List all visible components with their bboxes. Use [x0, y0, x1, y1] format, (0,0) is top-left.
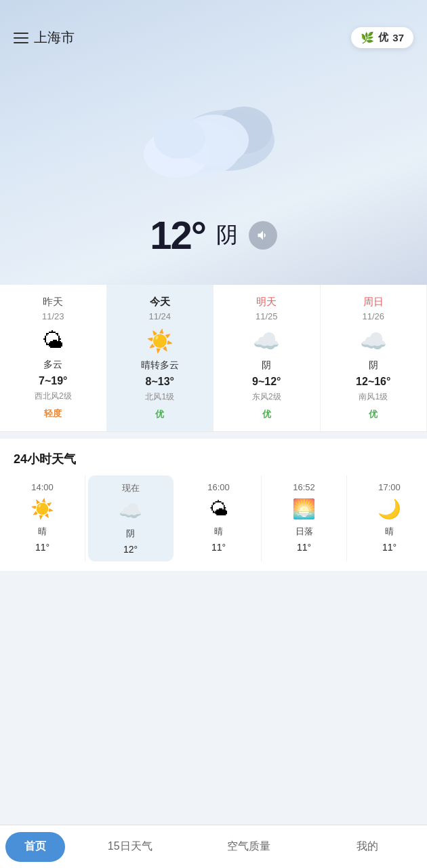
hour-desc: 晴 — [5, 526, 79, 538]
hour-icon-sunset: 🌅 — [267, 498, 341, 520]
day-wind: 西北风2级 — [7, 391, 100, 402]
hour-desc-1600: 晴 — [182, 526, 256, 538]
nav-15day[interactable]: 15日天气 — [70, 825, 189, 868]
hour-time-1600: 16:00 — [182, 482, 256, 492]
hour-temp-now: 12° — [94, 544, 167, 555]
hour-icon: ☀️ — [5, 498, 79, 520]
nav-home[interactable]: 首页 — [5, 832, 65, 862]
aqi-value: 37 — [392, 32, 404, 43]
day-icon-tomorrow: ☁️ — [220, 328, 313, 354]
aqi-label: 优 — [378, 31, 388, 44]
day-temp-sunday: 12~16° — [327, 376, 420, 388]
nav-airquality-label: 空气质量 — [227, 840, 270, 854]
day-temp: 7~19° — [7, 375, 100, 387]
hour-desc-1700: 晴 — [352, 526, 426, 538]
nav-airquality[interactable]: 空气质量 — [189, 825, 308, 868]
hour-desc-sunset: 日落 — [267, 526, 341, 538]
day-label-tomorrow: 明天 — [220, 296, 313, 309]
nav-mine-label: 我的 — [357, 840, 378, 854]
day-date-today: 11/24 — [114, 311, 207, 321]
hero-section: 上海市 🌿 优 37 12° 阴 — [0, 0, 427, 285]
hour-temp-1600: 11° — [182, 542, 256, 553]
hour-temp-1700: 11° — [352, 542, 426, 553]
day-col-tomorrow[interactable]: 明天 11/25 ☁️ 阴 9~12° 东风2级 优 — [214, 285, 321, 431]
city-area: 上海市 — [14, 28, 75, 47]
current-condition: 阴 — [216, 220, 238, 250]
hour-temp-sunset: 11° — [267, 542, 341, 553]
nav-15day-label: 15日天气 — [108, 840, 152, 854]
hour-col-1700[interactable]: 17:00 🌙 晴 11° — [347, 475, 427, 561]
day-col-sunday[interactable]: 周日 11/26 ☁️ 阴 12~16° 南风1级 优 — [321, 285, 428, 431]
menu-button[interactable] — [14, 33, 28, 43]
nav-home-label: 首页 — [24, 840, 46, 854]
hour-icon-now: ☁️ — [94, 500, 167, 522]
svg-point-6 — [154, 118, 205, 159]
day-wind-today: 北风1级 — [114, 391, 207, 403]
hour-icon-1600: 🌤 — [182, 498, 256, 520]
day-icon: 🌤 — [7, 328, 100, 353]
hour-col-now[interactable]: 现在 ☁️ 阴 12° — [88, 475, 174, 561]
day-label: 昨天 — [7, 296, 100, 309]
day-temp-tomorrow: 9~12° — [220, 376, 313, 388]
hour-time-1700: 17:00 — [352, 482, 426, 492]
day-wind-tomorrow: 东风2级 — [220, 391, 313, 403]
day-date-tomorrow: 11/25 — [220, 311, 313, 321]
day-icon-today: ☀️ — [114, 328, 207, 354]
hour-time-sunset: 16:52 — [267, 482, 341, 492]
day-weather-sunday: 阴 — [327, 359, 420, 372]
day-wind-sunday: 南风1级 — [327, 391, 420, 403]
daily-forecast-strip: 昨天 11/23 🌤 多云 7~19° 西北风2级 轻度 今天 11/24 ☀️… — [0, 285, 427, 432]
day-aqi-today: 优 — [150, 407, 169, 422]
day-col-today[interactable]: 今天 11/24 ☀️ 晴转多云 8~13° 北风1级 优 — [107, 285, 214, 431]
day-col-yesterday[interactable]: 昨天 11/23 🌤 多云 7~19° 西北风2级 轻度 — [0, 285, 107, 431]
aqi-badge[interactable]: 🌿 优 37 — [351, 27, 413, 48]
hour-time: 14:00 — [5, 482, 79, 492]
bottom-nav: 首页 15日天气 空气质量 我的 — [0, 825, 427, 868]
day-date: 11/23 — [7, 311, 100, 321]
day-weather: 多云 — [7, 359, 100, 371]
speaker-button[interactable] — [249, 221, 277, 250]
top-bar: 上海市 🌿 优 37 — [14, 27, 413, 48]
hourly-strip: 14:00 ☀️ 晴 11° 现在 ☁️ 阴 12° 16:00 🌤 晴 11°… — [0, 475, 427, 571]
day-aqi-sunday: 优 — [363, 407, 383, 422]
day-label-sunday: 周日 — [327, 296, 420, 309]
day-label-today: 今天 — [114, 296, 207, 309]
hour-time-now: 现在 — [94, 482, 167, 494]
day-weather-today: 晴转多云 — [114, 359, 207, 372]
day-aqi: 轻度 — [39, 406, 67, 421]
hour-col-1400[interactable]: 14:00 ☀️ 晴 11° — [0, 475, 85, 561]
temp-row: 12° 阴 — [14, 212, 413, 258]
day-date-sunday: 11/26 — [327, 311, 420, 321]
hour-temp: 11° — [5, 542, 79, 553]
day-aqi-tomorrow: 优 — [257, 407, 277, 422]
day-temp-today: 8~13° — [114, 376, 207, 388]
day-weather-tomorrow: 阴 — [220, 359, 313, 372]
current-temperature: 12° — [150, 212, 205, 258]
hour-col-1600[interactable]: 16:00 🌤 晴 11° — [176, 475, 262, 561]
day-icon-sunday: ☁️ — [327, 328, 420, 354]
leaf-icon: 🌿 — [361, 31, 374, 44]
hour-col-sunset[interactable]: 16:52 🌅 日落 11° — [262, 475, 347, 561]
city-name: 上海市 — [34, 28, 75, 47]
cloud-illustration — [14, 68, 413, 205]
hourly-section-title: 24小时天气 — [0, 439, 427, 475]
hour-icon-1700: 🌙 — [352, 498, 426, 520]
hour-desc-now: 阴 — [94, 528, 167, 540]
nav-mine[interactable]: 我的 — [308, 825, 427, 868]
